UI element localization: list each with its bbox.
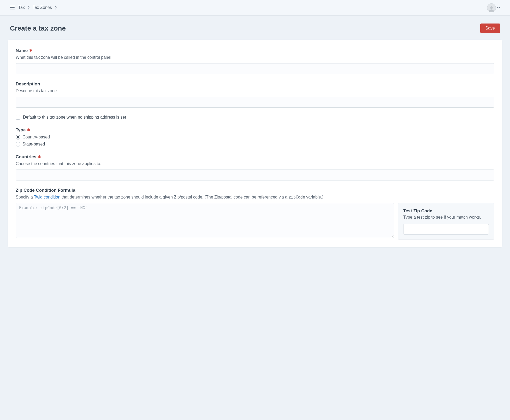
zip-label-text: Zip Code Condition Formula (16, 187, 75, 194)
test-zip-hint: Type a test zip to see if your match wor… (403, 214, 489, 220)
default-checkbox-label: Default to this tax zone when no shippin… (23, 114, 126, 120)
description-input[interactable] (16, 97, 494, 108)
field-label-name: Name ✱ (16, 48, 494, 54)
field-label-description: Description (16, 81, 494, 87)
name-hint: What this tax zone will be called in the… (16, 54, 494, 61)
zip-formula-textarea[interactable] (16, 203, 394, 238)
default-checkbox-row[interactable]: Default to this tax zone when no shippin… (16, 114, 494, 120)
type-radio-group: Country-based State-based (16, 134, 494, 147)
description-label-text: Description (16, 81, 40, 87)
top-bar: Tax ❯ Tax Zones ❯ ❯ (0, 0, 510, 16)
page-title: Create a tax zone (10, 24, 66, 33)
breadcrumb-tax-zones[interactable]: Tax Zones (33, 5, 52, 10)
field-name: Name ✱ What this tax zone will be called… (16, 48, 494, 74)
type-country-radio[interactable]: Country-based (16, 134, 494, 140)
save-button[interactable]: Save (480, 24, 500, 33)
test-zip-title: Test Zip Code (403, 208, 489, 214)
zip-hint: Specify a Twig condition that determines… (16, 194, 494, 200)
zip-row: Test Zip Code Type a test zip to see if … (16, 203, 494, 240)
name-label-text: Name (16, 48, 28, 54)
zip-formula-col (16, 203, 394, 240)
name-input[interactable] (16, 63, 494, 74)
field-label-zip: Zip Code Condition Formula (16, 187, 494, 194)
user-icon (488, 5, 495, 12)
main-content: Create a tax zone Save Name ✱ What this … (0, 16, 510, 258)
type-country-label: Country-based (22, 134, 50, 140)
zip-hint-text-before: Specify a (16, 195, 34, 199)
countries-input[interactable] (16, 170, 494, 180)
topbar-left: Tax ❯ Tax Zones ❯ (10, 5, 57, 10)
countries-label-text: Countries (16, 154, 36, 160)
breadcrumb-tax[interactable]: Tax (18, 5, 25, 10)
type-state-radio[interactable]: State-based (16, 141, 494, 147)
required-icon: ✱ (38, 154, 41, 160)
zip-hint-code: zipCode (289, 195, 305, 200)
description-hint: Describe this tax zone. (16, 88, 494, 94)
topbar-right: ❯ (487, 3, 500, 12)
radio-icon (16, 142, 20, 147)
zip-hint-text-middle: that determines whether the tax zone sho… (60, 195, 288, 199)
required-icon: ✱ (27, 127, 30, 133)
field-label-type: Type ✱ (16, 127, 494, 133)
chevron-right-icon: ❯ (27, 5, 30, 10)
form-card: Name ✱ What this tax zone will be called… (8, 40, 502, 247)
page-header: Create a tax zone Save (8, 24, 502, 33)
twig-condition-link[interactable]: Twig condition (34, 195, 60, 199)
field-description: Description Describe this tax zone. (16, 81, 494, 108)
radio-icon (16, 135, 20, 139)
breadcrumb: Tax ❯ Tax Zones ❯ (18, 5, 57, 10)
chevron-right-icon: ❯ (55, 5, 57, 10)
test-zip-input[interactable] (403, 224, 489, 235)
default-checkbox[interactable] (16, 115, 20, 120)
required-icon: ✱ (29, 48, 32, 53)
avatar[interactable] (487, 3, 496, 12)
menu-icon[interactable] (10, 6, 15, 9)
chevron-down-icon[interactable]: ❯ (497, 6, 501, 9)
type-label-text: Type (16, 127, 26, 133)
field-type: Type ✱ Country-based State-based (16, 127, 494, 147)
field-label-countries: Countries ✱ (16, 154, 494, 160)
test-zip-panel: Test Zip Code Type a test zip to see if … (398, 203, 494, 240)
field-zip: Zip Code Condition Formula Specify a Twi… (16, 187, 494, 240)
zip-hint-text-after: variable.) (305, 195, 323, 199)
type-state-label: State-based (22, 141, 45, 147)
countries-hint: Choose the countries that this zone appl… (16, 161, 494, 167)
field-countries: Countries ✱ Choose the countries that th… (16, 154, 494, 180)
